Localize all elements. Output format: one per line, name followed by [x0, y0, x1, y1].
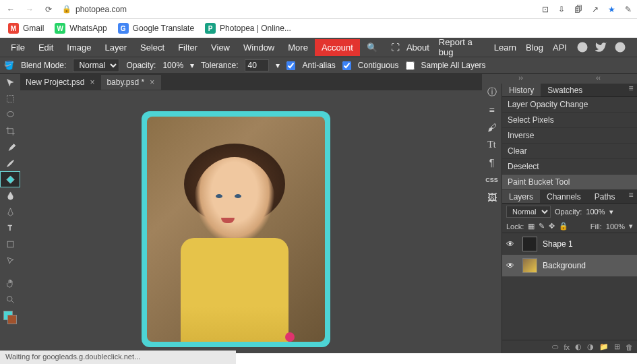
star-icon[interactable]: ★	[608, 5, 615, 14]
layer-blend-select[interactable]: Normal	[506, 206, 551, 218]
menu-file[interactable]: File	[4, 39, 32, 56]
copy-icon[interactable]: 🗐	[574, 5, 582, 14]
visibility-icon[interactable]: 👁	[506, 239, 517, 249]
history-item[interactable]: Paint Bucket Tool	[502, 175, 637, 190]
crop-tool[interactable]	[0, 123, 20, 139]
tab-channels[interactable]: Channels	[540, 190, 588, 203]
tab-baby[interactable]: baby.psd *×	[101, 75, 161, 90]
info-icon[interactable]: ⓘ	[482, 84, 502, 101]
brush-tool[interactable]	[0, 155, 20, 171]
tab-swatches[interactable]: Swatches	[541, 84, 589, 96]
tolerance-dropdown-icon[interactable]: ▾	[276, 61, 280, 70]
panel-menu-icon[interactable]: ≡	[625, 190, 637, 203]
adjustment-icon[interactable]: ◑	[587, 342, 594, 351]
blend-mode-select[interactable]: Normal	[73, 59, 119, 72]
close-icon[interactable]: ×	[88, 78, 96, 87]
text-tool[interactable]: T	[0, 220, 20, 236]
sample-all-checkbox[interactable]	[406, 61, 415, 70]
canvas[interactable]	[142, 111, 330, 347]
fullscreen-icon[interactable]: ⛶	[384, 39, 406, 56]
visibility-icon[interactable]: 👁	[506, 261, 517, 270]
menu-account[interactable]: Account	[315, 39, 360, 56]
character-icon[interactable]: Tt	[482, 136, 502, 154]
history-item[interactable]: Clear	[502, 144, 637, 159]
dropdown-icon[interactable]: ▾	[609, 208, 613, 216]
forward-button[interactable]: →	[24, 4, 35, 15]
download-icon[interactable]: ⇩	[558, 5, 565, 14]
mask-icon[interactable]: ◐	[575, 342, 582, 351]
adjust-icon[interactable]: ≡	[482, 101, 502, 119]
bookmark-translate[interactable]: GGoogle Translate	[118, 23, 194, 34]
blur-tool[interactable]	[0, 187, 20, 204]
color-swatches[interactable]	[0, 310, 20, 330]
twitter-icon[interactable]	[595, 41, 607, 53]
bookmark-gmail[interactable]: MGmail	[8, 23, 44, 34]
fill-value[interactable]: 100%	[606, 222, 625, 231]
reddit-icon[interactable]	[576, 41, 588, 53]
background-color[interactable]	[7, 315, 17, 324]
panel-menu-icon[interactable]: ≡	[625, 84, 637, 96]
dropdown-icon[interactable]: ▾	[629, 222, 633, 231]
tab-layers[interactable]: Layers	[502, 190, 540, 203]
link-about[interactable]: About	[406, 42, 429, 53]
eyedropper-tool[interactable]	[0, 139, 20, 155]
layer-opacity-value[interactable]: 100%	[586, 208, 605, 216]
tab-new-project[interactable]: New Project.psd×	[20, 75, 101, 90]
folder-icon[interactable]: 📁	[599, 342, 609, 351]
paragraph-icon[interactable]: ¶	[482, 154, 502, 171]
edit-icon[interactable]: ✎	[625, 5, 632, 14]
menu-filter[interactable]: Filter	[171, 39, 204, 56]
lock-brush-icon[interactable]: ✎	[539, 222, 545, 231]
history-item[interactable]: Inverse	[502, 128, 637, 144]
menu-window[interactable]: Window	[237, 39, 281, 56]
history-item[interactable]: Layer Opacity Change	[502, 97, 637, 113]
path-select-tool[interactable]	[0, 252, 20, 268]
paint-bucket-tool[interactable]	[0, 171, 20, 187]
menu-image[interactable]: Image	[60, 39, 98, 56]
search-icon[interactable]: 🔍	[360, 39, 384, 56]
layer-row[interactable]: 👁 Background	[502, 255, 637, 276]
menu-view[interactable]: View	[204, 39, 237, 56]
delete-icon[interactable]: 🗑	[626, 343, 633, 351]
brush-panel-icon[interactable]: 🖌	[482, 119, 502, 136]
bookmark-photopea[interactable]: PPhotopea | Online...	[205, 23, 291, 34]
close-icon[interactable]: ×	[148, 78, 156, 87]
collapse-icon[interactable]: ‹‹	[596, 74, 601, 84]
layer-thumbnail[interactable]	[522, 237, 537, 251]
marquee-tool[interactable]	[0, 90, 20, 107]
fx-icon[interactable]: fx	[564, 343, 570, 351]
lock-move-icon[interactable]: ✥	[549, 222, 555, 231]
image-panel-icon[interactable]: 🖼	[482, 189, 502, 206]
opacity-dropdown-icon[interactable]: ▾	[190, 61, 194, 70]
lock-pixels-icon[interactable]: ▦	[528, 222, 535, 231]
link-learn[interactable]: Learn	[494, 42, 516, 53]
layer-row[interactable]: 👁 Shape 1	[502, 233, 637, 255]
menu-edit[interactable]: Edit	[32, 39, 60, 56]
menu-select[interactable]: Select	[133, 39, 171, 56]
hand-tool[interactable]	[0, 275, 20, 291]
history-item[interactable]: Deselect	[502, 159, 637, 175]
layer-thumbnail[interactable]	[522, 258, 537, 273]
reload-button[interactable]: ⟳	[43, 4, 54, 15]
tab-paths[interactable]: Paths	[588, 190, 622, 203]
opacity-value[interactable]: 100%	[162, 61, 183, 70]
menu-layer[interactable]: Layer	[98, 39, 134, 56]
link-api[interactable]: API	[553, 42, 567, 53]
facebook-icon[interactable]	[614, 41, 626, 53]
antialias-checkbox[interactable]	[286, 61, 295, 70]
zoom-tool[interactable]	[0, 291, 20, 307]
tab-history[interactable]: History	[502, 84, 541, 96]
install-icon[interactable]: ⊡	[542, 5, 549, 14]
contiguous-checkbox[interactable]	[342, 61, 351, 70]
new-layer-icon[interactable]: ⊞	[614, 342, 620, 351]
move-tool[interactable]	[0, 74, 20, 90]
css-icon[interactable]: CSS	[482, 171, 502, 189]
back-button[interactable]: ←	[5, 4, 16, 15]
link-report-bug[interactable]: Report a bug	[439, 37, 485, 57]
lock-all-icon[interactable]: 🔒	[559, 222, 568, 231]
history-item[interactable]: Select Pixels	[502, 113, 637, 128]
lasso-tool[interactable]	[0, 107, 20, 123]
collapse-icon[interactable]: ››	[518, 74, 523, 84]
bookmark-whatsapp[interactable]: WWhatsApp	[55, 23, 107, 34]
tolerance-input[interactable]	[245, 59, 269, 71]
